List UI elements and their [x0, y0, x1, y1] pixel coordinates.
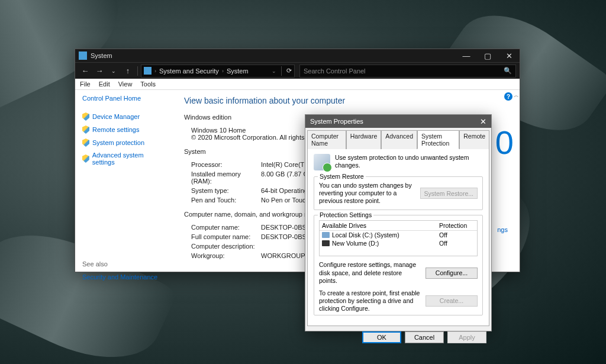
apply-button[interactable]: Apply	[447, 331, 486, 343]
sidebar-link-device-manager[interactable]: Device Manager	[82, 112, 166, 121]
dialog-buttons: OK Cancel Apply	[305, 328, 491, 347]
tab-remote[interactable]: Remote	[459, 130, 489, 149]
menu-tools[interactable]: Tools	[140, 80, 156, 88]
intro-text: Use system protection to undo unwanted s…	[335, 154, 483, 170]
menubar: File Edit View Tools	[75, 79, 520, 90]
sidebar-link-system-protection[interactable]: System protection	[82, 138, 166, 147]
chevron-down-icon[interactable]: ⌄	[272, 68, 276, 74]
protection-settings-group: Protection Settings Available Drives Pro…	[314, 215, 483, 315]
shield-icon	[82, 112, 89, 121]
menu-view[interactable]: View	[118, 80, 133, 88]
system-protection-icon	[314, 154, 330, 170]
up-button[interactable]: ↑	[121, 65, 134, 78]
pen-touch-label: Pen and Touch:	[191, 197, 261, 204]
search-icon[interactable]: 🔍	[504, 67, 512, 75]
col-protection: Protection	[439, 222, 475, 229]
system-type-label: System type:	[191, 187, 261, 194]
scroll-up-icon[interactable]: ︿	[512, 92, 520, 99]
drive-row[interactable]: New Volume (D:) Off	[320, 239, 477, 247]
tab-computer-name[interactable]: Computer Name	[307, 130, 346, 149]
configure-text: Configure restore settings, manage disk …	[319, 261, 421, 284]
workgroup-value: WORKGROUP	[261, 252, 305, 259]
change-settings-link[interactable]: ngs	[497, 226, 508, 233]
nav-toolbar: ← → ⌄ ↑ › System and Security › System ⌄…	[75, 62, 520, 79]
maximize-button[interactable]: ▢	[477, 49, 498, 62]
chevron-right-icon: ›	[222, 68, 224, 74]
restore-text: You can undo system changes by reverting…	[319, 182, 415, 205]
system-restore-legend: System Restore	[318, 173, 366, 180]
workgroup-label: Workgroup:	[191, 252, 261, 259]
create-button[interactable]: Create...	[426, 295, 478, 307]
dialog-tabs: Computer Name Hardware Advanced System P…	[305, 128, 491, 149]
dialog-close-button[interactable]: ✕	[480, 117, 486, 126]
drive-row[interactable]: Local Disk (C:) (System) Off	[320, 231, 477, 239]
tab-advanced[interactable]: Advanced	[381, 130, 417, 149]
full-name-label: Full computer name:	[191, 233, 261, 240]
system-restore-button[interactable]: System Restore...	[420, 188, 478, 199]
system-properties-dialog: System Properties ✕ Computer Name Hardwa…	[305, 114, 492, 331]
sidebar-link-advanced-settings[interactable]: Advanced system settings	[82, 152, 166, 166]
drive-icon	[322, 232, 330, 238]
chevron-right-icon: ›	[154, 68, 156, 74]
protection-status: Off	[439, 231, 475, 239]
protection-settings-legend: Protection Settings	[318, 211, 373, 218]
windows-10-badge: 0	[495, 123, 514, 162]
ram-label: Installed memory (RAM):	[191, 170, 261, 185]
protection-status: Off	[439, 240, 475, 247]
page-title: View basic information about your comput…	[184, 96, 509, 105]
breadcrumb-part[interactable]: System	[227, 67, 249, 75]
titlebar[interactable]: System — ▢ ✕	[75, 49, 520, 62]
see-also-header: See also	[82, 260, 166, 268]
drive-icon	[322, 240, 330, 246]
forward-button[interactable]: →	[93, 65, 106, 78]
search-input[interactable]: Search Control Panel 🔍	[299, 65, 516, 78]
menu-edit[interactable]: Edit	[99, 80, 110, 88]
configure-button[interactable]: Configure...	[426, 268, 478, 279]
window-title: System	[91, 52, 112, 59]
col-available-drives: Available Drives	[322, 222, 439, 229]
minimize-button[interactable]: —	[456, 49, 477, 62]
processor-label: Processor:	[191, 161, 261, 168]
breadcrumb-part[interactable]: System and Security	[159, 67, 219, 75]
shield-icon	[82, 138, 89, 147]
close-button[interactable]: ✕	[498, 49, 520, 62]
drives-table[interactable]: Available Drives Protection Local Disk (…	[319, 220, 478, 256]
refresh-button[interactable]: ⟳	[286, 67, 292, 75]
create-text: To create a restore point, first enable …	[319, 289, 421, 313]
security-maintenance-link[interactable]: Security and Maintenance	[82, 273, 157, 281]
history-dropdown[interactable]: ⌄	[107, 65, 120, 78]
tab-system-protection[interactable]: System Protection	[417, 130, 459, 149]
search-placeholder: Search Control Panel	[304, 67, 366, 75]
menu-file[interactable]: File	[80, 80, 91, 88]
dialog-title: System Properties	[310, 118, 363, 125]
system-restore-group: System Restore You can undo system chang…	[314, 176, 483, 210]
cancel-button[interactable]: Cancel	[405, 331, 444, 343]
control-panel-icon	[144, 67, 152, 75]
shield-icon	[82, 154, 89, 163]
address-bar[interactable]: › System and Security › System ⌄ ⟳	[141, 65, 295, 78]
description-label: Computer description:	[191, 243, 261, 250]
shield-icon	[82, 125, 89, 134]
ok-button[interactable]: OK	[362, 331, 401, 343]
control-panel-home-link[interactable]: Control Panel Home	[82, 95, 166, 102]
system-icon	[79, 51, 87, 60]
sidebar-link-remote-settings[interactable]: Remote settings	[82, 125, 166, 134]
help-icon[interactable]: ?	[504, 92, 512, 101]
tab-content: Use system protection to undo unwanted s…	[307, 149, 489, 326]
back-button[interactable]: ←	[79, 65, 92, 78]
computer-name-label: Computer name:	[191, 224, 261, 231]
tab-hardware[interactable]: Hardware	[346, 130, 382, 149]
sidebar: Control Panel Home Device Manager Remote…	[75, 90, 173, 272]
dialog-titlebar[interactable]: System Properties ✕	[305, 115, 491, 128]
